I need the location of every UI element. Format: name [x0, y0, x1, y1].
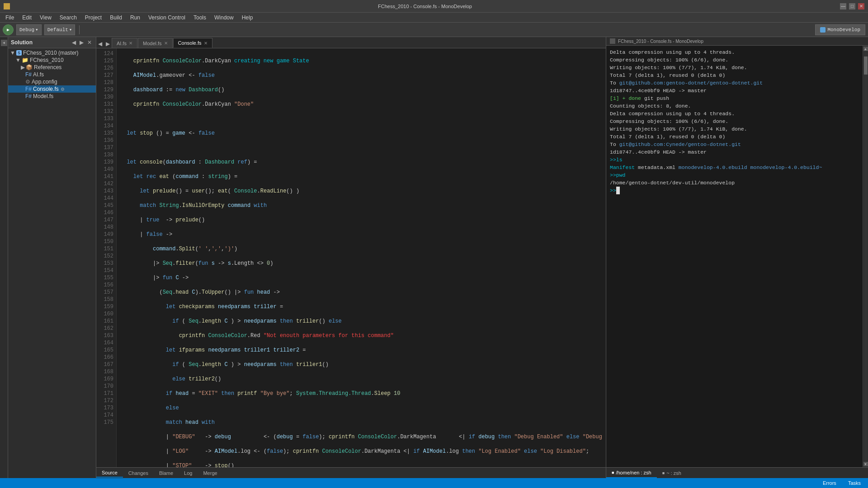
status-errors[interactable]: Errors: [819, 480, 840, 486]
menu-search[interactable]: Search: [56, 14, 80, 22]
sidebar-title: Solution: [11, 39, 33, 46]
scrollbar-up-btn[interactable]: ▲: [863, 47, 868, 51]
terminal-output[interactable]: Delta compression using up to 4 threads.…: [606, 46, 863, 467]
window-title: FChess_2010 - Console.fs - MonoDevelop: [378, 4, 472, 9]
tab-nav-next[interactable]: ▶: [104, 40, 112, 48]
terminal-line: 1d18747..4ce0bf9 HEAD -> master: [610, 148, 859, 156]
terminal-tab-2[interactable]: ■ ~ : zsh: [657, 468, 687, 478]
title-bar: FChess_2010 - Console.fs - MonoDevelop —…: [0, 0, 868, 13]
sidebar-close[interactable]: ✕: [86, 39, 93, 46]
terminal-line: Compressing objects: 100% (6/6), done.: [610, 56, 859, 64]
scrollbar-down-btn[interactable]: ▼: [863, 462, 868, 466]
menu-bar: File Edit View Search Project Build Run …: [0, 13, 868, 23]
app-icon: [4, 3, 10, 9]
tree-item-aifs[interactable]: F# AI.fs: [8, 71, 96, 78]
consolefs-label: Console.fs: [33, 86, 59, 92]
left-icon-strip: ◀: [0, 37, 8, 478]
project-expand-icon: ▼: [15, 57, 21, 63]
tab-log[interactable]: Log: [179, 469, 198, 477]
tree-item-consolefs[interactable]: F# Console.fs ⚙: [8, 85, 96, 93]
left-icon-1[interactable]: ◀: [1, 40, 7, 46]
tree-item-modelfs[interactable]: F# Model.fs: [8, 93, 96, 100]
consolefs-icon: F#: [25, 86, 32, 92]
run-button[interactable]: ▶: [3, 24, 14, 35]
terminal-line: Delta compression using up to 4 threads.: [610, 110, 859, 117]
terminal-tab-1[interactable]: ■ /home/nen : zsh: [606, 468, 657, 478]
solution-tag-icon: S: [16, 50, 22, 56]
monodevelop-label: MonoDevelop: [827, 27, 860, 33]
modelfs-label: Model.fs: [33, 93, 53, 99]
terminal-line: [1] + done git push: [610, 94, 859, 102]
terminal-line: To git@github.com:gentoo-dotnet/gentoo-d…: [610, 79, 859, 87]
debug-dropdown[interactable]: Debug ▾: [16, 24, 42, 35]
solution-label: FChess_2010 (master): [23, 50, 79, 56]
appconfig-icon: ⚙: [25, 79, 30, 85]
terminal-panel: FChess_2010 - Console.fs - MonoDevelop D…: [606, 37, 868, 478]
tab-consolefs-close[interactable]: ✕: [204, 41, 208, 46]
tab-nav-prev[interactable]: ◀: [96, 40, 104, 48]
tab-source[interactable]: Source: [96, 469, 123, 478]
aifs-icon: F#: [25, 71, 32, 78]
monodevelop-button[interactable]: MonoDevelop: [815, 24, 865, 35]
code-content[interactable]: cprintfn ConsoleColor.DarkCyan creating …: [117, 48, 606, 467]
terminal-line: 1d18747..4ce0bf9 HEAD -> master: [610, 87, 859, 94]
status-tasks[interactable]: Tasks: [844, 480, 864, 486]
terminal-line: Counting objects: 8, done.: [610, 102, 859, 110]
tab-aifs-label: AI.fs: [117, 41, 127, 46]
terminal-tab-label-2: ~ : zsh: [666, 470, 681, 476]
menu-run[interactable]: Run: [127, 14, 144, 22]
maximize-button[interactable]: □: [849, 3, 855, 9]
menu-view[interactable]: View: [36, 14, 55, 22]
main-area: ◀ Solution ◀ ▶ ✕ ▼ S FChess_2010 (master…: [0, 37, 868, 478]
code-editor[interactable]: 124125126127128 129130131132133 13413513…: [96, 48, 606, 467]
tree-item-references[interactable]: ▶ 📦 References: [8, 64, 96, 71]
ref-label: References: [34, 64, 61, 70]
editor-bottom-tabs: Source Changes Blame Log Merge: [96, 467, 606, 478]
sidebar-nav-prev[interactable]: ◀: [71, 39, 77, 46]
terminal-scrollbar: ▲ ▼: [863, 46, 868, 467]
tab-modelfs-close[interactable]: ✕: [164, 41, 168, 46]
terminal-line: Delta compression using up to 4 threads.: [610, 48, 859, 56]
terminal-input-line: >>: [610, 187, 859, 194]
line-numbers: 124125126127128 129130131132133 13413513…: [96, 48, 117, 467]
tree-item-project[interactable]: ▼ 📁 FChess_2010: [8, 56, 96, 64]
tab-aifs[interactable]: AI.fs ✕: [112, 38, 137, 48]
default-label: Default: [47, 27, 68, 33]
terminal-title-bar: FChess_2010 - Console.fs - MonoDevelop: [606, 37, 868, 46]
toolbar-separator-1: [79, 25, 80, 34]
terminal-line: Compressing objects: 100% (6/6), done.: [610, 117, 859, 125]
menu-file[interactable]: File: [2, 14, 18, 22]
ref-icon: 📦: [26, 64, 33, 70]
menu-project[interactable]: Project: [81, 14, 105, 22]
status-right: Errors Tasks: [819, 480, 864, 486]
tab-modelfs[interactable]: Model.fs ✕: [138, 38, 173, 48]
debug-chevron-icon: ▾: [35, 27, 38, 33]
menu-tools[interactable]: Tools: [190, 14, 210, 22]
tab-consolefs[interactable]: Console.fs ✕: [173, 38, 212, 48]
tab-merge[interactable]: Merge: [198, 469, 222, 477]
minimize-button[interactable]: —: [840, 3, 846, 9]
menu-versioncontrol[interactable]: Version Control: [145, 14, 189, 22]
default-dropdown[interactable]: Default ▾: [44, 24, 75, 35]
project-label: FChess_2010: [30, 57, 64, 63]
tab-consolefs-label: Console.fs: [178, 40, 202, 46]
terminal-title-text: FChess_2010 - Console.fs - MonoDevelop: [618, 39, 703, 44]
tab-aifs-close[interactable]: ✕: [129, 41, 132, 46]
close-button[interactable]: ✕: [858, 3, 864, 9]
menu-edit[interactable]: Edit: [19, 14, 35, 22]
content-area: ◀ ▶ AI.fs ✕ Model.fs ✕ Console.fs ✕ 1241…: [96, 37, 606, 478]
tab-changes[interactable]: Changes: [123, 469, 154, 477]
sidebar-nav-next[interactable]: ▶: [78, 39, 85, 46]
sidebar: Solution ◀ ▶ ✕ ▼ S FChess_2010 (master) …: [8, 37, 96, 478]
tabs-bar: ◀ ▶ AI.fs ✕ Model.fs ✕ Console.fs ✕: [96, 37, 606, 48]
menu-help[interactable]: Help: [238, 14, 257, 22]
menu-window[interactable]: Window: [211, 14, 237, 22]
tree-item-appconfig[interactable]: ⚙ App.config: [8, 78, 96, 85]
tree-item-solution[interactable]: ▼ S FChess_2010 (master): [8, 49, 96, 56]
menu-build[interactable]: Build: [106, 14, 126, 22]
tab-blame[interactable]: Blame: [154, 469, 179, 477]
terminal-line: >>ls: [610, 156, 859, 164]
status-bar: Errors Tasks: [0, 478, 868, 488]
terminal-line: Total 7 (delta 1), reused 0 (delta 0): [610, 71, 859, 79]
scrollbar-thumb[interactable]: [864, 56, 868, 75]
